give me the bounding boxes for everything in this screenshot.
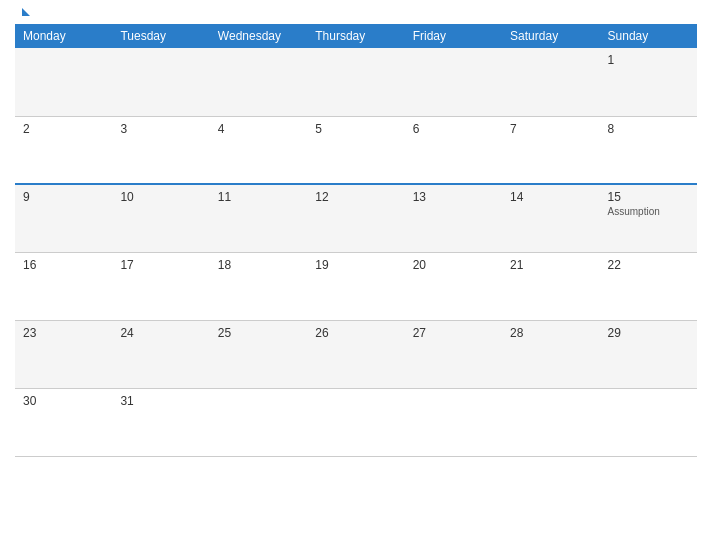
day-number: 30 <box>23 394 104 408</box>
day-event: Assumption <box>608 206 689 217</box>
day-number: 24 <box>120 326 201 340</box>
calendar-cell <box>405 388 502 456</box>
weekday-header-tuesday: Tuesday <box>112 24 209 48</box>
logo-blue-text <box>20 10 30 16</box>
logo <box>20 10 30 16</box>
day-number: 1 <box>608 53 689 67</box>
logo-triangle-icon <box>22 8 30 16</box>
weekday-header-thursday: Thursday <box>307 24 404 48</box>
day-number: 19 <box>315 258 396 272</box>
day-number: 21 <box>510 258 591 272</box>
day-number: 14 <box>510 190 591 204</box>
calendar-cell: 13 <box>405 184 502 252</box>
calendar-cell: 2 <box>15 116 112 184</box>
day-number: 11 <box>218 190 299 204</box>
calendar-cell: 26 <box>307 320 404 388</box>
calendar-cell <box>307 48 404 116</box>
week-row-3: 9101112131415Assumption <box>15 184 697 252</box>
calendar-container: MondayTuesdayWednesdayThursdayFridaySatu… <box>0 0 712 550</box>
calendar-cell: 15Assumption <box>600 184 697 252</box>
weekday-header-saturday: Saturday <box>502 24 599 48</box>
calendar-cell: 7 <box>502 116 599 184</box>
calendar-cell: 18 <box>210 252 307 320</box>
calendar-cell: 22 <box>600 252 697 320</box>
calendar-cell <box>405 48 502 116</box>
calendar-cell <box>307 388 404 456</box>
day-number: 17 <box>120 258 201 272</box>
day-number: 26 <box>315 326 396 340</box>
calendar-cell: 16 <box>15 252 112 320</box>
day-number: 2 <box>23 122 104 136</box>
day-number: 7 <box>510 122 591 136</box>
week-row-1: 1 <box>15 48 697 116</box>
day-number: 23 <box>23 326 104 340</box>
calendar-cell: 23 <box>15 320 112 388</box>
calendar-cell: 30 <box>15 388 112 456</box>
day-number: 22 <box>608 258 689 272</box>
calendar-cell: 5 <box>307 116 404 184</box>
calendar-cell <box>502 48 599 116</box>
calendar-cell: 17 <box>112 252 209 320</box>
calendar-cell <box>112 48 209 116</box>
calendar-cell <box>502 388 599 456</box>
calendar-cell: 10 <box>112 184 209 252</box>
weekday-header-monday: Monday <box>15 24 112 48</box>
calendar-cell: 1 <box>600 48 697 116</box>
calendar-cell <box>15 48 112 116</box>
calendar-cell: 14 <box>502 184 599 252</box>
day-number: 29 <box>608 326 689 340</box>
day-number: 18 <box>218 258 299 272</box>
calendar-cell: 29 <box>600 320 697 388</box>
calendar-cell: 25 <box>210 320 307 388</box>
day-number: 8 <box>608 122 689 136</box>
day-number: 27 <box>413 326 494 340</box>
day-number: 31 <box>120 394 201 408</box>
calendar-cell: 20 <box>405 252 502 320</box>
calendar-cell: 3 <box>112 116 209 184</box>
calendar-grid: MondayTuesdayWednesdayThursdayFridaySatu… <box>15 24 697 457</box>
calendar-cell: 4 <box>210 116 307 184</box>
day-number: 4 <box>218 122 299 136</box>
week-row-4: 16171819202122 <box>15 252 697 320</box>
calendar-cell: 8 <box>600 116 697 184</box>
calendar-cell: 19 <box>307 252 404 320</box>
calendar-cell: 27 <box>405 320 502 388</box>
calendar-cell: 31 <box>112 388 209 456</box>
day-number: 6 <box>413 122 494 136</box>
calendar-header <box>15 10 697 16</box>
week-row-2: 2345678 <box>15 116 697 184</box>
day-number: 25 <box>218 326 299 340</box>
calendar-cell <box>210 48 307 116</box>
day-number: 12 <box>315 190 396 204</box>
day-number: 3 <box>120 122 201 136</box>
weekday-header-wednesday: Wednesday <box>210 24 307 48</box>
day-number: 15 <box>608 190 689 204</box>
calendar-cell <box>600 388 697 456</box>
day-number: 20 <box>413 258 494 272</box>
calendar-cell: 9 <box>15 184 112 252</box>
week-row-6: 3031 <box>15 388 697 456</box>
weekday-header-friday: Friday <box>405 24 502 48</box>
weekday-header-row: MondayTuesdayWednesdayThursdayFridaySatu… <box>15 24 697 48</box>
day-number: 16 <box>23 258 104 272</box>
weekday-header-sunday: Sunday <box>600 24 697 48</box>
calendar-cell: 12 <box>307 184 404 252</box>
day-number: 10 <box>120 190 201 204</box>
day-number: 13 <box>413 190 494 204</box>
calendar-cell: 28 <box>502 320 599 388</box>
calendar-cell <box>210 388 307 456</box>
day-number: 5 <box>315 122 396 136</box>
calendar-cell: 24 <box>112 320 209 388</box>
week-row-5: 23242526272829 <box>15 320 697 388</box>
calendar-cell: 6 <box>405 116 502 184</box>
day-number: 28 <box>510 326 591 340</box>
day-number: 9 <box>23 190 104 204</box>
calendar-cell: 21 <box>502 252 599 320</box>
calendar-cell: 11 <box>210 184 307 252</box>
